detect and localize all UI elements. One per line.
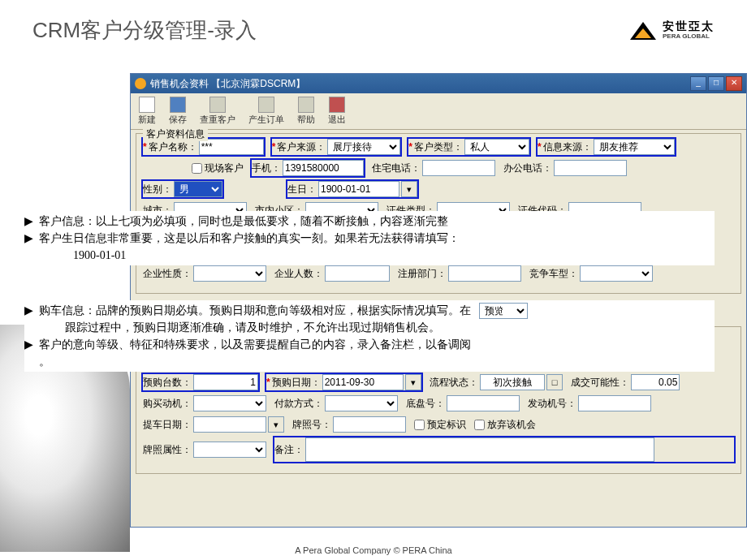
birthday-picker-button[interactable]: ▾ [401,181,417,197]
toolbar-help[interactable]: 帮助 [294,96,318,127]
field-home-tel: 住宅电话： [372,160,495,176]
slide-title: CRM客户分级管理-录入 [32,16,257,45]
new-icon [139,97,155,113]
payment-select[interactable] [325,395,398,411]
field-reserve-flag: 预定标识 [414,418,466,432]
field-engine: 发动机号： [528,395,651,411]
field-plate-attr: 牌照属性： [143,442,266,458]
buy-date-picker-button[interactable]: ▾ [405,374,421,390]
pickup-date-input[interactable] [193,416,266,433]
ent-nature-select[interactable] [193,265,266,282]
chance-input[interactable] [631,374,680,390]
preview-select[interactable]: 预览 [479,303,528,319]
field-mobile: 手机： [252,160,364,176]
field-site-customer: 现场客户 [192,162,244,175]
field-qty: 预购台数： [143,374,258,390]
buy-date-input[interactable] [322,374,404,390]
field-competitor: 竞争车型： [529,265,653,282]
chassis-input[interactable] [447,395,520,411]
field-customer-source: *客户来源： 展厅接待 [272,139,401,155]
annotation-purchase-info: ▶购车信息：品牌的预购日期必填。预购日期和意向等级相对应，根据实际情况填写。在 … [24,300,715,372]
field-flow-state: 流程状态：□ [430,374,563,390]
field-birthday: 生日： ▾ [287,181,417,197]
field-ent-count: 企业人数： [274,265,390,282]
brand-logo: 安世亞太 PERA GLOBAL [630,20,715,40]
save-icon [170,97,186,113]
field-ent-nature: 企业性质： [143,265,266,282]
help-icon [298,97,314,113]
site-customer-checkbox[interactable] [192,163,202,174]
motive-select[interactable] [193,395,266,411]
toolbar-check-customer[interactable]: 查重客户 [196,96,239,127]
flow-state-input[interactable] [480,374,545,390]
field-reg-dept: 注册部门： [398,265,521,282]
close-button[interactable]: ✕ [726,76,742,91]
field-plate-no: 牌照号： [292,416,406,433]
pickup-date-picker-button[interactable]: ▾ [268,416,284,433]
reg-dept-input[interactable] [448,265,521,282]
competitor-select[interactable] [580,265,653,282]
logo-en: PERA GLOBAL [663,33,715,41]
app-icon [135,78,146,89]
field-office-tel: 办公电话： [503,160,627,176]
field-motive: 购买动机： [143,395,266,411]
group-title-customer: 客户资料信息 [143,127,208,141]
field-customer-type: *客户类型： 私人 [408,139,529,155]
abandon-checkbox[interactable] [474,420,485,430]
field-abandon-flag: 放弃该机会 [474,418,536,432]
info-source-select[interactable]: 朋友推荐 [594,139,675,155]
customer-name-input[interactable] [199,139,264,155]
annotation-customer-info: ▶客户信息：以上七项为必填项，同时也是最低要求，随着不断接触，内容逐渐完整 ▶客… [24,211,715,265]
logo-triangle-icon [630,22,656,40]
home-tel-input[interactable] [422,160,495,176]
slide-footer: A Pera Global Company © PERA China [0,545,747,555]
mobile-input[interactable] [283,160,364,176]
field-buy-date: *预购日期：▾ [266,374,421,390]
logo-cn: 安世亞太 [663,20,715,32]
gender-select[interactable]: 男 [174,181,222,197]
plate-attr-select[interactable] [193,442,266,458]
field-pickup-date: 提车日期：▾ [143,416,284,433]
toolbar-create-order[interactable]: 产生订单 [245,96,287,127]
slide-header: CRM客户分级管理-录入 安世亞太 PERA GLOBAL [0,0,747,53]
field-chassis: 底盘号： [406,395,520,411]
qty-input[interactable] [193,374,258,390]
customer-source-select[interactable]: 展厅接待 [327,139,400,155]
maximize-button[interactable]: □ [708,76,724,91]
birthday-input[interactable] [318,181,399,197]
toolbar-new[interactable]: 新建 [135,96,159,127]
toolbar-exit[interactable]: 退出 [325,96,349,127]
field-info-source: *信息来源： 朋友推荐 [538,139,675,155]
field-chance: 成交可能性： [571,374,680,390]
window-title: 销售机会资料 【北京润霖DSCRM】 [150,77,305,91]
customer-type-select[interactable]: 私人 [464,139,529,155]
toolbar-save[interactable]: 保存 [166,96,190,127]
window-titlebar[interactable]: 销售机会资料 【北京润霖DSCRM】 _ □ ✕ [131,74,746,93]
minimize-button[interactable]: _ [690,76,706,91]
check-icon [209,97,226,113]
toolbar: 新建 保存 查重客户 产生订单 帮助 退出 [131,93,746,130]
order-icon [258,97,274,113]
exit-icon [329,97,345,113]
engine-input[interactable] [578,395,651,411]
office-tel-input[interactable] [554,160,627,176]
field-customer-name: *客户名称： [143,139,264,155]
remark-input[interactable] [305,437,654,462]
field-payment: 付款方式： [274,395,398,411]
flow-state-button[interactable]: □ [546,374,563,390]
reserve-checkbox[interactable] [414,420,425,430]
ent-count-input[interactable] [325,265,390,282]
field-remark: 备注： [274,437,734,462]
field-gender: 性别： 男 [143,181,222,197]
plate-no-input[interactable] [333,416,406,433]
